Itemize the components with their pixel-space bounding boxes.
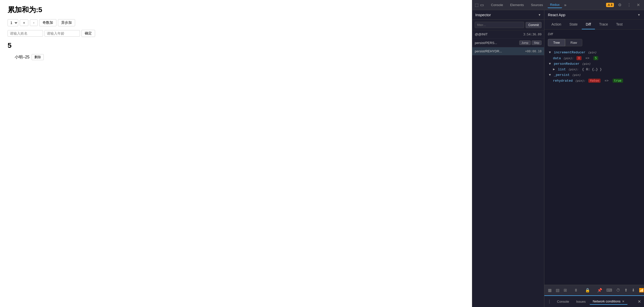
increment-reducer-key: incrementReducer bbox=[554, 51, 586, 54]
arrow-icon: => bbox=[586, 56, 590, 60]
detail-panel: React App ▼ Action State Diff Trace Test… bbox=[544, 10, 644, 307]
new-value-badge: 5 bbox=[593, 56, 598, 60]
action-name-init: @@INIT bbox=[475, 32, 523, 36]
more-tabs-icon[interactable]: » bbox=[564, 3, 566, 7]
name-input[interactable] bbox=[8, 30, 43, 37]
tab-diff[interactable]: Diff bbox=[582, 20, 595, 29]
app-area: 累加和为:5 1 + - 奇数加 异步加 确定 5 小明–25 删除 bbox=[0, 0, 472, 307]
inspector-header: Inspector ▼ bbox=[472, 10, 544, 20]
plus-button[interactable]: + bbox=[20, 19, 28, 26]
data-pin: (pin): bbox=[564, 57, 574, 60]
close-all-panels-icon[interactable]: ✕ bbox=[638, 299, 641, 304]
input-row: 确定 bbox=[8, 30, 464, 37]
inspector-dropdown-icon[interactable]: ▼ bbox=[538, 13, 541, 17]
keyboard-icon[interactable]: ⌨ bbox=[605, 287, 614, 294]
filter-row: Commit bbox=[472, 20, 544, 30]
count-select[interactable]: 1 bbox=[8, 19, 18, 26]
persist-pin: (pin) bbox=[572, 74, 581, 77]
tab-test[interactable]: Test bbox=[612, 20, 627, 29]
persist-key: _persist bbox=[554, 73, 570, 77]
tab-elements[interactable]: Elements bbox=[508, 2, 526, 8]
action-time-rehydr: +00:00.10 bbox=[525, 50, 542, 53]
grid1-icon[interactable]: ▦ bbox=[546, 287, 553, 294]
react-app-dropdown[interactable]: ▼ bbox=[637, 13, 640, 17]
commit-button[interactable]: Commit bbox=[526, 22, 542, 28]
tab-sources[interactable]: Sources bbox=[528, 2, 546, 8]
pin-icon[interactable]: 📌 bbox=[596, 287, 604, 294]
network-close-icon[interactable]: ✕ bbox=[622, 300, 625, 303]
action-name-rehydr: persist/REHYDR... bbox=[475, 49, 525, 53]
app-title: 累加和为:5 bbox=[8, 5, 464, 15]
action-item-rehydr[interactable]: persist/REHYDR... +00:00.10 bbox=[472, 47, 544, 55]
tree-tab[interactable]: Tree bbox=[548, 39, 565, 46]
detail-content: Diff Tree Raw ▼ incrementReducer (pin) bbox=[544, 30, 644, 285]
devtools-topbar: ⬚ ▭ Console Elements Sources Redux » ⚠ 3… bbox=[472, 0, 644, 10]
warning-badge[interactable]: ⚠ 3 bbox=[606, 3, 614, 7]
person-pin: (pin) bbox=[582, 62, 591, 65]
action-name-pers: persist/PERS... bbox=[475, 41, 517, 45]
close-devtools-icon[interactable]: ✕ bbox=[635, 2, 641, 8]
confirm-button[interactable]: 确定 bbox=[81, 30, 95, 37]
tree-persist: ▼ _persist (pin) bbox=[548, 72, 640, 78]
arrow-icon-2: => bbox=[605, 79, 609, 83]
grid3-icon[interactable]: ⊞ bbox=[562, 287, 568, 294]
action-item-pers[interactable]: persist/PERS... Jump Skip bbox=[472, 38, 544, 47]
old-value-badge: 0 bbox=[576, 56, 581, 60]
bottom-tab-network[interactable]: Network conditions ✕ bbox=[590, 298, 627, 305]
tree-increment-reducer: ▼ incrementReducer (pin) bbox=[548, 50, 640, 55]
collapse-persist-icon[interactable]: ▼ bbox=[549, 73, 551, 77]
expand-list-icon[interactable]: ► bbox=[553, 68, 555, 71]
tab-redux[interactable]: Redux bbox=[548, 2, 562, 8]
list-item: 小明–25 删除 bbox=[15, 54, 464, 60]
delete-button[interactable]: 删除 bbox=[32, 54, 44, 60]
async-add-button[interactable]: 异步加 bbox=[58, 19, 75, 26]
devtools-panel: ⬚ ▭ Console Elements Sources Redux » ⚠ 3… bbox=[472, 0, 644, 307]
download-icon[interactable]: ⬇ bbox=[630, 287, 636, 294]
age-input[interactable] bbox=[45, 30, 80, 37]
inspect-icon[interactable]: ▭ bbox=[480, 3, 484, 7]
inspector-panel: Inspector ▼ Commit @@INIT 3:54:36.09 per… bbox=[472, 10, 544, 307]
minus-button[interactable]: - bbox=[30, 19, 38, 26]
skip-button[interactable]: Skip bbox=[532, 40, 542, 45]
upload-icon[interactable]: ⬆ bbox=[623, 287, 629, 294]
data-key: data bbox=[553, 56, 561, 60]
tab-state[interactable]: State bbox=[565, 20, 582, 29]
cursor-icon[interactable]: ⬚ bbox=[475, 3, 479, 7]
person-reducer-key: personReducer bbox=[554, 62, 579, 66]
section-title: Diff bbox=[548, 32, 640, 36]
action-btns: Jump Skip bbox=[519, 40, 542, 45]
detail-tabs-bar: Action State Diff Trace Test bbox=[544, 20, 644, 30]
filter-input[interactable] bbox=[475, 22, 524, 28]
network-conditions-label: Network conditions bbox=[593, 299, 620, 303]
collapse-icon[interactable]: ▼ bbox=[549, 51, 551, 54]
list-pin: (pin): bbox=[569, 68, 579, 71]
tree-list-line: ► list (pin): { 0: {…} } bbox=[548, 67, 640, 72]
tree-raw-tabs: Tree Raw bbox=[548, 39, 640, 46]
lock-icon[interactable]: 🔒 bbox=[584, 287, 592, 294]
timer-icon[interactable]: ⏱ bbox=[615, 287, 622, 294]
rehydrated-pin: (pin): bbox=[575, 79, 586, 82]
pause-icon[interactable]: ⏸ bbox=[572, 287, 579, 294]
jump-button[interactable]: Jump bbox=[519, 40, 531, 45]
grid2-icon[interactable]: ▤ bbox=[554, 287, 561, 294]
devtools-bottom-toolbar: ▦ ▤ ⊞ ⏸ 🔒 📌 ⌨ ⏱ ⬆ ⬇ 📶 ⚙ bbox=[544, 285, 644, 295]
gear-icon[interactable]: ⚙ bbox=[616, 2, 623, 8]
old-rehydrated-badge: false bbox=[588, 79, 600, 83]
bottom-more-icon[interactable]: ⋮ bbox=[547, 299, 551, 304]
signal-icon[interactable]: 📶 bbox=[637, 287, 644, 294]
tab-action[interactable]: Action bbox=[547, 20, 565, 29]
action-item-init[interactable]: @@INIT 3:54:36.09 bbox=[472, 30, 544, 38]
odd-add-button[interactable]: 奇数加 bbox=[39, 19, 56, 26]
more-vert-icon[interactable]: ⋮ bbox=[626, 2, 633, 8]
tab-trace[interactable]: Trace bbox=[595, 20, 612, 29]
bottom-tab-console[interactable]: Console bbox=[554, 299, 572, 304]
devtools-icons: ⬚ ▭ bbox=[475, 3, 484, 7]
raw-tab[interactable]: Raw bbox=[565, 39, 582, 46]
collapse-person-icon[interactable]: ▼ bbox=[549, 62, 551, 66]
sum-display: 5 bbox=[8, 41, 464, 50]
controls-row: 1 + - 奇数加 异步加 bbox=[8, 19, 464, 26]
bottom-tab-issues[interactable]: Issues bbox=[573, 299, 589, 304]
tab-console[interactable]: Console bbox=[488, 2, 506, 8]
tree-rehydrated-line: rehydrated (pin): false => true bbox=[548, 78, 640, 84]
person-name: 小明–25 bbox=[15, 55, 30, 60]
